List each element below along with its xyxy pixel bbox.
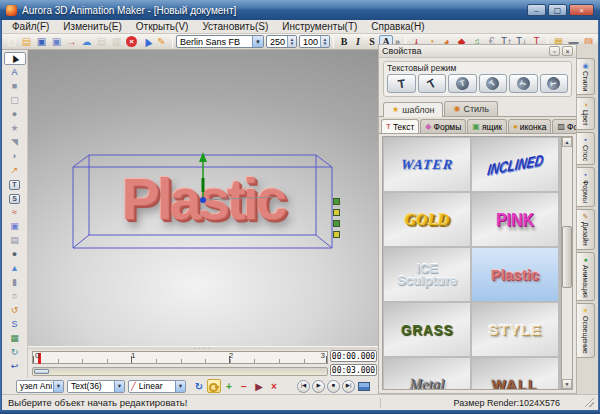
tab-template[interactable]: ★шаблон — [383, 102, 443, 117]
add-key-button[interactable]: + — [222, 379, 236, 393]
menubar-item-4[interactable]: Инструменты(T) — [275, 21, 364, 32]
s-shape-tool-button[interactable]: S — [4, 318, 26, 331]
text-mode-3-button[interactable]: T — [448, 74, 477, 93]
scrollbar-thumb[interactable] — [562, 226, 572, 288]
panel-float-button[interactable]: ▫ — [549, 46, 560, 56]
export-button[interactable]: → — [64, 35, 79, 49]
copy-button[interactable]: ▤ — [94, 35, 109, 49]
pointer-button[interactable]: ▶ — [139, 35, 154, 49]
spinner-arrows-icon[interactable]: ▲ ▼ — [320, 36, 329, 47]
close-button[interactable]: × — [569, 4, 594, 16]
text-tool-button[interactable]: A — [4, 66, 26, 79]
template-water[interactable]: WATER — [384, 138, 470, 191]
text-mode-4-button[interactable]: T — [479, 74, 508, 93]
cylinder-tool-button[interactable]: ▤ — [4, 234, 26, 247]
resize-grip-icon[interactable] — [585, 398, 594, 407]
selection-handle[interactable] — [333, 220, 340, 227]
italic-button[interactable]: I — [351, 35, 365, 48]
template-wall[interactable]: WALL — [472, 358, 558, 389]
arrow-tool-button[interactable]: ↗ — [4, 164, 26, 177]
menubar-item-2[interactable]: Открыть(V) — [129, 21, 196, 32]
font-select[interactable]: Berlin Sans FB ▼ — [176, 35, 264, 48]
image-tool-button[interactable]: ▦ — [4, 332, 26, 345]
open-button[interactable]: ▤ — [19, 35, 34, 49]
spinner-arrows-icon[interactable]: ▲ ▼ — [287, 36, 296, 47]
play-button[interactable]: ▶ — [312, 380, 325, 393]
tab-style[interactable]: ◉Стиль — [444, 101, 498, 116]
template-metal[interactable]: Metal — [384, 358, 470, 389]
first-frame-button[interactable]: |◀ — [297, 380, 310, 393]
delete-anim-button[interactable]: × — [267, 379, 281, 393]
edit-pencil-button[interactable]: ✎ — [154, 35, 169, 49]
timeline-scrollbar[interactable] — [32, 367, 328, 376]
template-ice[interactable]: ICE Sculpture — [384, 248, 470, 301]
tab-background[interactable]: ▨Фон — [552, 119, 576, 133]
star-tool-button[interactable]: ★ — [4, 122, 26, 135]
side-tab-color[interactable]: ◑Цвет — [577, 97, 595, 130]
template-plastic[interactable]: Plastic — [472, 248, 558, 301]
rotate-tool-button[interactable]: ↻ — [4, 346, 26, 359]
dropdown-arrow-icon[interactable]: ▼ — [252, 36, 263, 47]
interpolation-select[interactable]: ╱Linear▼ — [128, 380, 186, 393]
depth-stepper[interactable]: 100 ▲ ▼ — [299, 35, 330, 48]
remove-key-button[interactable]: − — [237, 379, 251, 393]
freehand-tool-button[interactable]: ≈ — [4, 206, 26, 219]
template-inclined[interactable]: INCLINED — [472, 138, 558, 191]
last-frame-button[interactable]: ▶| — [342, 380, 355, 393]
select-tool-button[interactable]: ▶ — [4, 52, 26, 65]
switch-button-tool-button[interactable]: S — [4, 192, 26, 205]
key-button[interactable] — [207, 379, 221, 393]
timeline-ruler[interactable]: 0123 — [32, 351, 328, 364]
delete-button[interactable]: × — [124, 35, 139, 49]
scroll-up-icon[interactable]: ▲ — [562, 137, 572, 147]
template-pink[interactable]: PINK — [472, 193, 558, 246]
viewport-canvas[interactable]: Plastic — [28, 50, 378, 346]
text-mode-5-button[interactable]: T — [509, 74, 538, 93]
text-button-tool-button[interactable]: T — [4, 178, 26, 191]
menubar-item-5[interactable]: Справка(H) — [364, 21, 431, 32]
rounded-rect-tool-button[interactable]: ▢ — [4, 94, 26, 107]
templates-scrollbar[interactable]: ▲ ▼ — [561, 137, 572, 389]
template-style[interactable]: STYLE — [472, 303, 558, 356]
render-image-button[interactable] — [357, 379, 371, 393]
cone-tool-button[interactable]: ▲ — [4, 262, 26, 275]
pie-tool-button[interactable]: ◗ — [4, 150, 26, 163]
template-grass[interactable]: GRASS — [384, 303, 470, 356]
side-tab-design[interactable]: ✎Дизайн — [577, 209, 595, 250]
text-mode-6-button[interactable]: T — [540, 74, 569, 93]
menubar-item-3[interactable]: Установить(S) — [195, 21, 275, 32]
menubar-item-0[interactable]: Файл(F) — [5, 21, 56, 32]
selection-handle[interactable] — [333, 209, 340, 216]
torus-tool-button[interactable]: ○ — [4, 290, 26, 303]
object-select[interactable]: Text(36)▼ — [67, 380, 125, 393]
side-tab-styles[interactable]: ◉Стили — [577, 58, 595, 95]
cube-tool-button[interactable]: ▣ — [4, 220, 26, 233]
spinner-down-icon[interactable]: ▼ — [290, 42, 294, 46]
stop-button[interactable]: ■ — [327, 380, 340, 393]
panel-close-button[interactable]: × — [562, 46, 573, 56]
text-mode-2-button[interactable]: T — [418, 74, 447, 93]
tab-box[interactable]: ▣ящик — [467, 119, 507, 133]
tab-icon[interactable]: ●иконка — [508, 119, 551, 133]
tab-shapes[interactable]: ◆Формы — [420, 119, 466, 133]
side-tab-bevel[interactable]: ▪Спос — [577, 132, 595, 165]
paste-button[interactable]: ▥ — [109, 35, 124, 49]
spinner-down-icon[interactable]: ▼ — [323, 42, 327, 46]
spiral-tool-button[interactable]: ↺ — [4, 304, 26, 317]
refresh-anim-button[interactable]: ↻ — [192, 379, 206, 393]
maximize-button[interactable]: ▢ — [548, 4, 567, 16]
timeline-scrollbar-thumb[interactable] — [34, 369, 49, 374]
side-tab-animation[interactable]: ●Анимация — [577, 252, 595, 302]
rect-tool-button[interactable]: ■ — [4, 80, 26, 93]
shadow-button[interactable]: S — [365, 35, 379, 48]
undo-tool-button[interactable]: ↩ — [4, 360, 26, 373]
prism-tool-button[interactable]: ▮ — [4, 276, 26, 289]
bold-button[interactable]: B — [337, 35, 351, 48]
scroll-down-icon[interactable]: ▼ — [562, 379, 572, 389]
minimize-button[interactable]: – — [527, 4, 546, 16]
keyframe-flag-button[interactable]: ▶ — [252, 379, 266, 393]
text-mode-1-button[interactable]: T — [387, 74, 416, 93]
side-tab-lighting[interactable]: ☀Освещение — [577, 303, 595, 358]
tab-text[interactable]: TТекст — [381, 119, 419, 133]
scrollbar-track[interactable] — [562, 147, 572, 379]
